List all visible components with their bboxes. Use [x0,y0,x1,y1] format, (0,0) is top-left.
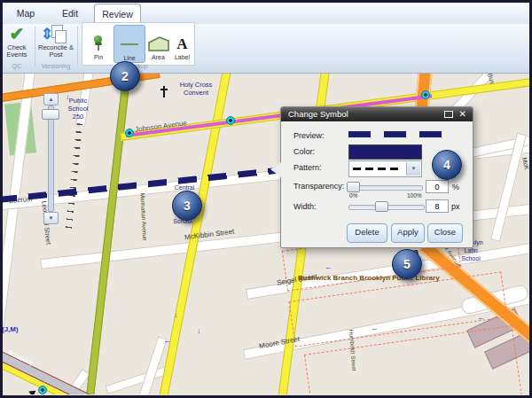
pattern-select[interactable]: ▼ [348,160,422,177]
poi-line: Holy Cross [168,81,223,89]
transparency-min-label: 0% [349,192,357,199]
vertex-dot[interactable] [226,116,235,125]
dialog-callout-arrow [270,162,281,177]
reconcile-post-button[interactable]: ⇕ Reconcile & Post [36,25,75,59]
apply-button[interactable]: Apply [391,223,425,243]
zoom-in-button[interactable]: ▲ [43,93,59,105]
preview-label: Preview: [293,131,325,140]
group-label-versioning: Versioning [36,63,75,69]
line-tool-button[interactable]: Line [113,25,145,63]
poi-public-school: Public School 250 [53,97,103,121]
tab-edit[interactable]: Edit [51,4,89,22]
application-window: Map Edit Review ✔ Check Events QC ⇕ Reco… [0,0,532,398]
transparency-label: Transparency: [293,182,344,191]
poi-library-label: Bushwick Branch Brooklyn Public Library [298,274,440,282]
area-icon [148,36,169,51]
poi-line: School [449,254,493,262]
color-label: Color: [293,147,315,156]
page-icon [55,30,66,43]
check-events-label: Check Events [0,44,34,59]
tab-map[interactable]: Map [7,4,44,22]
callout-badge-2: 2 [110,61,140,91]
preview-dash [384,131,406,137]
pattern-label: Pattern: [293,163,322,172]
preview-dash [419,131,442,137]
vertex-dot[interactable] [125,129,134,137]
poi-line: Convent [168,89,223,97]
dialog-title-bar[interactable]: Change Symbol ✕ [281,107,473,121]
embankment-ticks [66,123,83,231]
pin-label: Pin [94,54,103,60]
pin-icon [93,35,104,51]
markup-tools-panel: Pin Line Area A Label [82,22,195,66]
label-tool-button[interactable]: A Label [172,25,192,61]
zoom-slider-track[interactable] [48,105,54,212]
line-label: Line [123,55,135,61]
check-events-button[interactable]: ✔ Check Events [0,25,34,59]
reconcile-post-label: Reconcile & Post [36,44,75,59]
navy-dashed-markup-line[interactable] [0,168,277,203]
zoom-slider-thumb[interactable] [42,109,59,120]
transit-label-jm: (J,M) [2,325,19,333]
maximize-icon[interactable] [444,111,453,118]
ribbon-toolbar: ✔ Check Events QC ⇕ Reconcile & Post Ver… [0,24,532,74]
delete-button[interactable]: Delete [347,223,387,243]
area-tool-button[interactable]: Area [146,25,170,61]
chevron-down-icon[interactable]: ▼ [406,162,420,176]
transparency-slider-thumb[interactable] [347,182,360,192]
zoom-out-button[interactable]: ▼ [43,212,59,224]
ribbon-tab-bar: Map Edit Review [0,0,532,25]
junction-arrow-icon [27,388,36,394]
check-icon: ✔ [0,25,34,43]
transparency-max-label: 100% [407,192,422,199]
poi-line: 250 [53,113,103,121]
callout-badge-4: 4 [432,150,462,180]
poi-line: School [53,105,103,113]
vertex-dot[interactable] [421,90,430,99]
transparency-input[interactable] [426,180,449,193]
color-swatch[interactable] [348,144,422,160]
preview-dash [348,131,371,137]
width-label: Width: [293,202,317,211]
street-label-mck-partial: McK [521,157,530,170]
close-icon[interactable]: ✕ [459,109,466,120]
text-label-icon: A [176,36,187,51]
callout-badge-5: 5 [392,249,422,279]
close-button[interactable]: Close [427,223,463,243]
line-icon [121,43,138,45]
group-label-qc: QC [0,63,34,69]
road-manhattan-avenue [86,73,131,394]
church-cross-icon [163,86,165,98]
dialog-title: Change Symbol [288,109,348,119]
pattern-dash-preview [353,168,403,170]
callout-badge-3: 3 [172,191,202,221]
label-label: Label [175,54,190,60]
transparency-unit: % [452,183,459,191]
vertex-dot[interactable] [38,386,47,394]
group-separator [77,27,78,67]
poi-holy-cross: Holy Cross Convent [168,81,223,97]
poi-line: Public [53,97,103,105]
width-input[interactable] [426,199,449,213]
pin-tool-button[interactable]: Pin [86,25,111,61]
width-slider-thumb[interactable] [375,201,388,212]
group-separator [35,27,35,67]
area-label: Area [152,54,165,60]
width-unit: px [451,202,460,211]
